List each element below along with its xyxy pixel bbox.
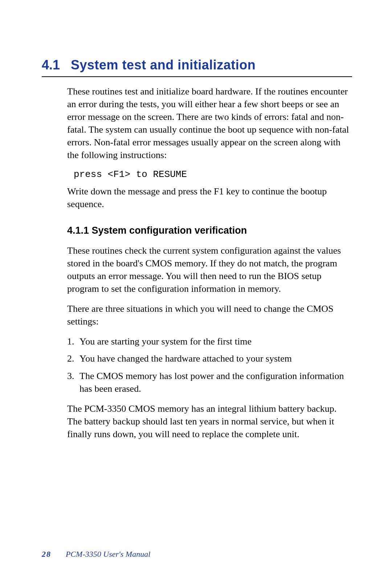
footer-manual-title: PCM-3350 User's Manual — [66, 549, 150, 559]
list-number: 1. — [67, 335, 79, 348]
subsection-paragraph-3: The PCM-3350 CMOS memory has an integral… — [67, 402, 352, 440]
numbered-list: 1. You are starting your system for the … — [67, 335, 352, 395]
subsection-paragraph-2: There are three situations in which you … — [67, 302, 352, 328]
section-title: System test and initialization — [71, 57, 256, 73]
page-footer: 28 PCM-3350 User's Manual — [42, 549, 150, 559]
list-item: 2. You have changed the hardware attache… — [67, 352, 352, 365]
post-code-paragraph: Write down the message and press the F1 … — [67, 185, 352, 210]
section-number: 4.1 — [42, 57, 60, 73]
subsection-heading: 4.1.1 System configuration verification — [67, 225, 352, 236]
list-text: You have changed the hardware attached t… — [79, 352, 352, 365]
list-text: You are starting your system for the fir… — [79, 335, 352, 348]
section-heading: 4.1 System test and initialization — [42, 57, 352, 77]
list-text: The CMOS memory has lost power and the c… — [79, 370, 352, 395]
page-number: 28 — [42, 549, 51, 559]
list-item: 1. You are starting your system for the … — [67, 335, 352, 348]
document-page: 4.1 System test and initialization These… — [0, 0, 392, 440]
list-number: 2. — [67, 352, 79, 365]
section-content: These routines test and initialize board… — [42, 85, 352, 440]
subsection-paragraph-1: These routines check the current system … — [67, 244, 352, 295]
intro-paragraph: These routines test and initialize board… — [67, 85, 352, 162]
list-item: 3. The CMOS memory has lost power and th… — [67, 370, 352, 395]
code-instruction: press <F1> to RESUME — [67, 169, 352, 180]
list-number: 3. — [67, 370, 79, 395]
